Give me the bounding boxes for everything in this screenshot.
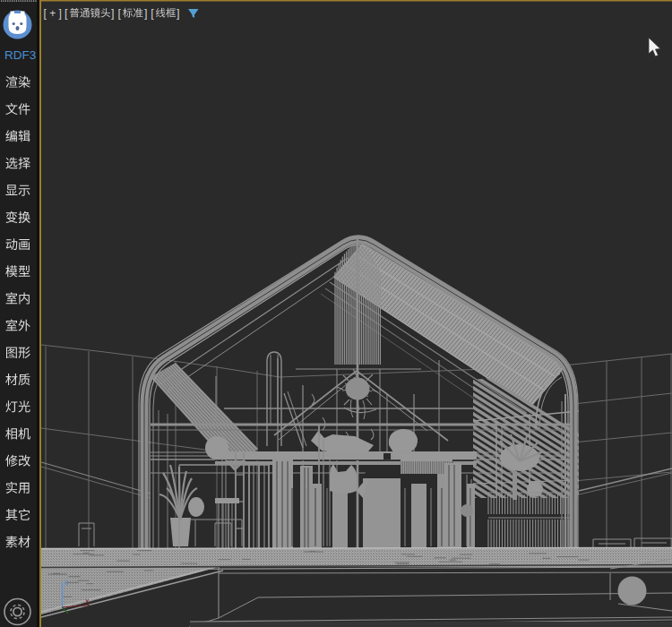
svg-text:[: [: [118, 7, 122, 20]
svg-text:]: ]: [144, 7, 147, 20]
svg-text:[ + ]: [ + ]: [44, 7, 62, 20]
svg-text:]: ]: [177, 7, 179, 20]
svg-text:x: x: [85, 597, 90, 606]
svg-text:[: [: [151, 7, 154, 20]
svg-text:z: z: [65, 578, 69, 587]
svg-text:RDF3: RDF3: [4, 48, 36, 62]
svg-text:]: ]: [111, 7, 114, 20]
svg-text:[: [: [65, 7, 68, 20]
